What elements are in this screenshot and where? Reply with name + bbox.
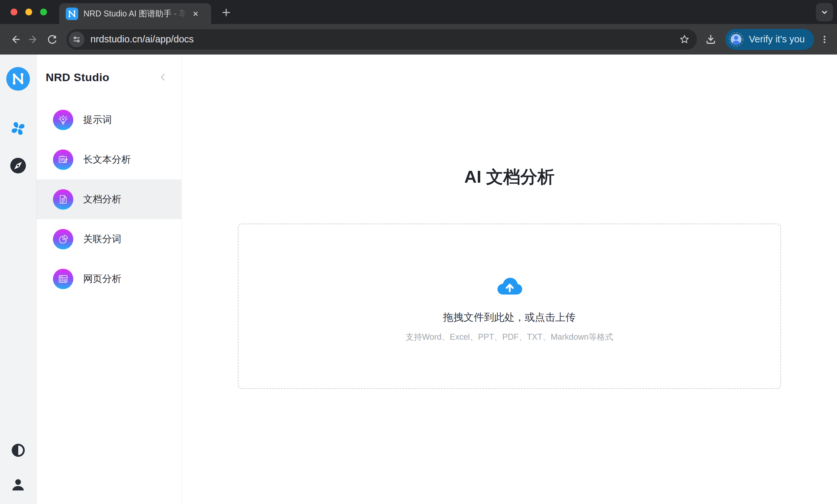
rail-bottom-group bbox=[11, 443, 25, 504]
back-button[interactable] bbox=[6, 30, 24, 49]
sidebar-item-label: 长文本分析 bbox=[83, 153, 131, 166]
compass-icon[interactable] bbox=[10, 157, 26, 174]
main-panel: AI 文档分析 拖拽文件到此处，或点击上传 支持Word、Excel、PPT、P… bbox=[182, 55, 837, 504]
app-sidebar: NRD Studio 提示词 bbox=[36, 55, 182, 504]
url-text[interactable]: nrdstudio.cn/ai/app/docs bbox=[90, 34, 677, 45]
document-lines-icon bbox=[53, 189, 73, 210]
user-account-icon[interactable] bbox=[11, 478, 25, 492]
sidebar-item-label: 网页分析 bbox=[83, 273, 121, 285]
document-pencil-icon bbox=[53, 149, 73, 170]
browser-tab[interactable]: NRD Studio AI 图谱助手 - 享岚 bbox=[59, 3, 211, 24]
file-upload-dropzone[interactable]: 拖拽文件到此处，或点击上传 支持Word、Excel、PPT、PDF、TXT、M… bbox=[238, 223, 781, 389]
nrd-logo-icon[interactable] bbox=[6, 67, 30, 91]
left-icon-rail bbox=[0, 55, 36, 504]
macos-traffic-lights bbox=[11, 8, 47, 15]
forward-button[interactable] bbox=[24, 30, 43, 49]
browser-toolbar: nrdstudio.cn/ai/app/docs bbox=[0, 24, 837, 55]
site-settings-icon[interactable] bbox=[69, 32, 85, 47]
reload-button[interactable] bbox=[43, 30, 61, 49]
sidebar-item-webpage-analysis[interactable]: 网页分析 bbox=[36, 259, 181, 299]
minimize-window-button[interactable] bbox=[25, 8, 32, 15]
pinwheel-icon[interactable] bbox=[11, 121, 25, 136]
browser-menu-icon[interactable] bbox=[817, 30, 832, 49]
bookmark-star-icon[interactable] bbox=[677, 32, 692, 47]
nrd-favicon-icon bbox=[66, 7, 78, 20]
tab-close-icon[interactable] bbox=[190, 8, 201, 19]
downloads-icon[interactable] bbox=[701, 30, 720, 49]
cloud-upload-icon bbox=[495, 276, 524, 297]
sidebar-item-label: 文档分析 bbox=[83, 193, 121, 206]
pie-chart-icon bbox=[53, 229, 73, 249]
browser-window: NRD Studio AI 图谱助手 - 享岚 bbox=[0, 0, 837, 504]
address-bar[interactable]: nrdstudio.cn/ai/app/docs bbox=[66, 29, 697, 50]
profile-avatar-icon bbox=[729, 32, 744, 47]
verify-its-you-button[interactable]: Verify it's you bbox=[725, 29, 814, 50]
tab-title: NRD Studio AI 图谱助手 - 享岚 bbox=[84, 8, 189, 19]
sidebar-item-prompts[interactable]: 提示词 bbox=[36, 100, 181, 139]
zoom-window-button[interactable] bbox=[40, 8, 47, 15]
sidebar-item-label: 提示词 bbox=[83, 113, 112, 127]
sidebar-item-document-analysis[interactable]: 文档分析 bbox=[36, 180, 181, 219]
webpage-icon bbox=[53, 269, 73, 289]
page-content: NRD Studio 提示词 bbox=[0, 55, 837, 504]
sidebar-collapse-icon[interactable] bbox=[157, 71, 169, 83]
page-title: AI 文档分析 bbox=[182, 166, 837, 189]
close-window-button[interactable] bbox=[11, 8, 17, 15]
tab-strip: NRD Studio AI 图谱助手 - 享岚 bbox=[0, 0, 837, 24]
new-tab-button[interactable] bbox=[218, 4, 235, 21]
sidebar-header: NRD Studio bbox=[36, 55, 181, 100]
contrast-theme-icon[interactable] bbox=[11, 443, 25, 458]
tab-search-button[interactable] bbox=[816, 3, 833, 21]
sidebar-item-label: 关联分词 bbox=[83, 232, 121, 246]
dropzone-primary-text: 拖拽文件到此处，或点击上传 bbox=[443, 311, 576, 324]
sidebar-item-related-segmentation[interactable]: 关联分词 bbox=[36, 219, 181, 259]
dropzone-secondary-text: 支持Word、Excel、PPT、PDF、TXT、Markdown等格式 bbox=[406, 332, 613, 342]
lightbulb-icon bbox=[53, 110, 73, 130]
brand-title: NRD Studio bbox=[46, 71, 109, 84]
sidebar-item-long-text-analysis[interactable]: 长文本分析 bbox=[36, 139, 181, 180]
verify-button-label: Verify it's you bbox=[749, 34, 805, 45]
